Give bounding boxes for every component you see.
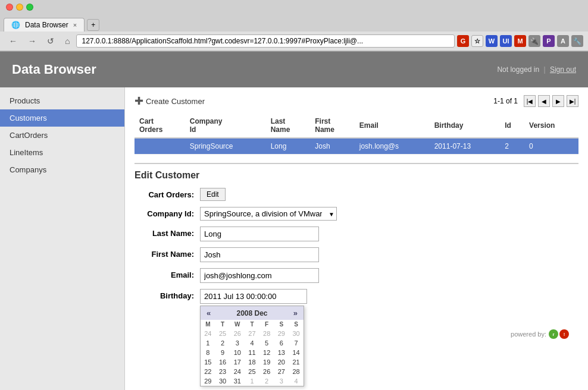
calendar-day[interactable]: 25 xyxy=(245,367,259,376)
forward-btn[interactable]: → xyxy=(24,34,40,48)
calendar-day[interactable]: 22 xyxy=(201,367,215,376)
col-email: Email xyxy=(355,114,430,138)
calendar-day[interactable]: 16 xyxy=(215,357,230,367)
calendar-day[interactable]: 30 xyxy=(215,376,230,386)
last-page-btn[interactable]: ▶| xyxy=(567,95,578,107)
calendar-day[interactable]: 3 xyxy=(274,376,289,386)
calendar-day[interactable]: 2 xyxy=(215,338,230,348)
sidebar-item-customers[interactable]: Customers xyxy=(0,109,124,127)
main-content: ✚ Create Customer 1-1 of 1 |◀ ◀ ▶ ▶| Car… xyxy=(125,87,588,390)
calendar-day[interactable]: 23 xyxy=(215,367,230,376)
calendar-day[interactable]: 24 xyxy=(201,329,215,338)
weekday-t2: T xyxy=(245,320,259,329)
calendar-day[interactable]: 4 xyxy=(289,376,304,386)
calendar-day[interactable]: 29 xyxy=(201,376,215,386)
browser-tab[interactable]: 🌐 Data Browser × xyxy=(4,18,85,32)
calendar-month-year: 2008 Dec xyxy=(236,309,267,317)
sidebar-item-cartorders[interactable]: CartOrders xyxy=(0,127,124,144)
minimize-window-btn[interactable] xyxy=(16,4,23,11)
calendar-day[interactable]: 17 xyxy=(230,357,245,367)
col-version: Version xyxy=(524,114,578,138)
calendar-day[interactable]: 31 xyxy=(230,376,245,386)
address-bar[interactable] xyxy=(76,34,455,48)
calendar-day[interactable]: 28 xyxy=(289,367,304,376)
browser-icon-m[interactable]: M xyxy=(514,35,526,47)
sidebar-label-customers: Customers xyxy=(10,114,47,122)
page-info: 1-1 of 1 xyxy=(493,97,518,105)
create-customer-btn[interactable]: ✚ Create Customer xyxy=(135,95,205,108)
browser-icon-star[interactable]: ☆ xyxy=(471,35,483,47)
weekday-s1: S xyxy=(274,320,289,329)
calendar-day[interactable]: 1 xyxy=(201,338,215,348)
calendar-day[interactable]: 9 xyxy=(215,348,230,357)
first-name-input[interactable] xyxy=(200,247,319,262)
browser-icon-wrench[interactable]: 🔧 xyxy=(571,35,583,47)
back-btn[interactable]: ← xyxy=(5,34,21,48)
tab-close-btn[interactable]: × xyxy=(73,21,77,29)
home-btn[interactable]: ⌂ xyxy=(61,34,74,48)
browser-icon-plug[interactable]: 🔌 xyxy=(528,35,540,47)
sign-out-link[interactable]: Sign out xyxy=(550,65,576,74)
edit-section: Edit Customer Cart Orders: Edit Company … xyxy=(135,163,578,325)
calendar-day[interactable]: 18 xyxy=(245,357,259,367)
calendar-day[interactable]: 6 xyxy=(274,338,289,348)
calendar-day[interactable]: 26 xyxy=(259,367,274,376)
table-row[interactable]: SpringSource Long Josh josh.long@s 2011-… xyxy=(135,138,578,155)
create-icon: ✚ xyxy=(135,95,143,108)
prev-page-btn[interactable]: ◀ xyxy=(538,95,550,107)
calendar-day[interactable]: 29 xyxy=(274,329,289,338)
first-page-btn[interactable]: |◀ xyxy=(524,95,536,107)
calendar-next-btn[interactable]: » xyxy=(291,309,300,317)
reload-btn[interactable]: ↺ xyxy=(43,34,58,48)
calendar-day[interactable]: 14 xyxy=(289,348,304,357)
col-first-name: FirstName xyxy=(310,114,355,138)
company-id-label: Company Id: xyxy=(135,207,200,218)
calendar-day[interactable]: 5 xyxy=(259,338,274,348)
calendar-day[interactable]: 7 xyxy=(289,338,304,348)
calendar-day[interactable]: 15 xyxy=(201,357,215,367)
col-birthday: Birthday xyxy=(430,114,501,138)
browser-icon-w[interactable]: W xyxy=(486,35,498,47)
sidebar-item-lineitems[interactable]: LineItems xyxy=(0,144,124,161)
calendar-day[interactable]: 24 xyxy=(230,367,245,376)
calendar-day[interactable]: 13 xyxy=(274,348,289,357)
weekday-w: W xyxy=(230,320,245,329)
calendar-day[interactable]: 27 xyxy=(245,329,259,338)
calendar-day[interactable]: 26 xyxy=(230,329,245,338)
calendar-prev-btn[interactable]: « xyxy=(204,309,213,317)
calendar-day[interactable]: 3 xyxy=(230,338,245,348)
calendar-day[interactable]: 11 xyxy=(245,348,259,357)
maximize-window-btn[interactable] xyxy=(26,4,33,11)
calendar-day[interactable]: 25 xyxy=(215,329,230,338)
sidebar-item-products[interactable]: Products xyxy=(0,92,124,109)
calendar-day[interactable]: 20 xyxy=(274,357,289,367)
calendar-day[interactable]: 1 xyxy=(245,376,259,386)
calendar-day[interactable]: 28 xyxy=(259,329,274,338)
calendar-day[interactable]: 8 xyxy=(201,348,215,357)
close-window-btn[interactable] xyxy=(6,4,13,11)
calendar-popup: « 2008 Dec » M T W T xyxy=(200,306,304,386)
sidebar-item-companys[interactable]: Companys xyxy=(0,161,124,178)
cell-email: josh.long@s xyxy=(355,138,430,155)
calendar-day[interactable]: 27 xyxy=(274,367,289,376)
last-name-input[interactable] xyxy=(200,227,319,241)
browser-icon-a[interactable]: A xyxy=(557,35,569,47)
sidebar-label-cartorders: CartOrders xyxy=(10,131,48,140)
next-page-btn[interactable]: ▶ xyxy=(552,95,564,107)
calendar-day[interactable]: 4 xyxy=(245,338,259,348)
company-id-select[interactable]: SpringSource, a division of VMware (1) xyxy=(200,207,337,221)
birthday-input[interactable] xyxy=(200,289,307,304)
cart-orders-edit-btn[interactable]: Edit xyxy=(200,188,226,201)
browser-icon-p[interactable]: P xyxy=(543,35,555,47)
calendar-day[interactable]: 19 xyxy=(259,357,274,367)
calendar-day[interactable]: 30 xyxy=(289,329,304,338)
email-input[interactable] xyxy=(200,268,319,283)
calendar-day[interactable]: 2 xyxy=(259,376,274,386)
calendar-day[interactable]: 21 xyxy=(289,357,304,367)
calendar-day[interactable]: 10 xyxy=(230,348,245,357)
first-name-label: First Name: xyxy=(135,247,200,259)
calendar-day[interactable]: 12 xyxy=(259,348,274,357)
browser-icon-u[interactable]: Ul xyxy=(500,35,512,47)
new-tab-btn[interactable]: + xyxy=(87,19,99,31)
browser-icon-1[interactable]: G xyxy=(457,35,469,47)
